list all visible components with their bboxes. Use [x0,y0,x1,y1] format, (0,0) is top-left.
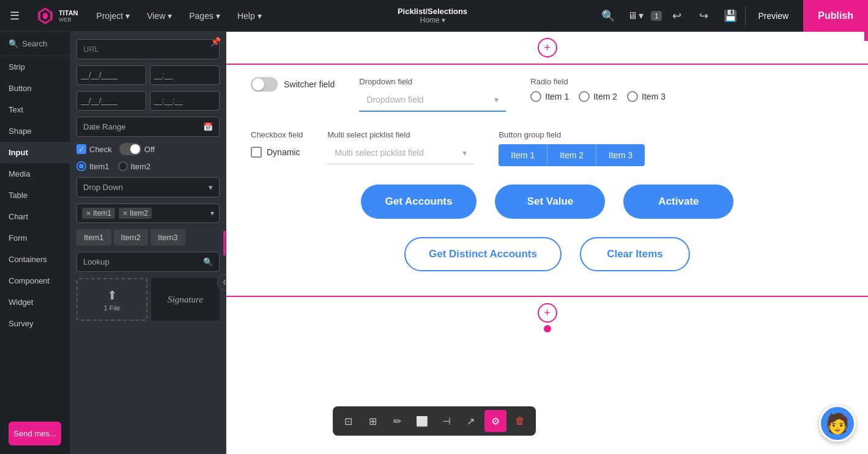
dropdown-field-group: Dropdown field Dropdown field ▾ [359,77,506,112]
redo-button[interactable]: ↪ [691,4,716,28]
time-input-2[interactable]: __:__:__ [150,91,220,111]
toolbar-film-button[interactable]: ⊞ [362,410,384,432]
preview-button[interactable]: Preview [745,6,801,26]
add-section-top-button[interactable]: + [538,38,557,57]
sidebar-item-input[interactable]: Input [0,142,70,163]
menu-project[interactable]: Project ▾ [89,7,138,24]
btn-group-item-1[interactable]: Item1 [76,229,111,246]
chevron-down-icon: ▾ [210,209,214,218]
chevron-down-icon: ▾ [494,95,499,104]
sidebar-item-strip[interactable]: Strip [0,56,70,78]
publish-button[interactable]: Publish [803,0,868,32]
menu-help[interactable]: Help ▾ [230,7,269,24]
chevron-down-icon: ▾ [258,11,262,21]
toggle-off[interactable]: Off [119,143,155,155]
dropdown-field-input[interactable]: Dropdown field ▾ [359,89,506,112]
toolbar-align-button[interactable]: ⊣ [436,410,458,432]
radio-item-1[interactable]: Item1 [76,161,109,171]
canvas-radio-item-2[interactable]: Item 2 [579,91,617,102]
chevron-down-icon: ▾ [462,148,467,158]
btn-group-item-3[interactable]: Item3 [150,229,185,246]
btn-group-item-2[interactable]: Item2 [114,229,149,246]
sidebar-item-media[interactable]: Media [0,163,70,185]
canvas-radio-circle-1 [530,91,541,102]
sidebar-item-form[interactable]: Form [0,227,70,249]
dropdown-input[interactable]: Drop Down ▾ [76,177,220,197]
date-input-1[interactable]: __/__/____ [76,65,146,85]
undo-button[interactable]: ↩ [664,4,689,28]
file-upload-box[interactable]: ⬆ 1 File [76,278,147,321]
switcher-thumb [252,78,264,90]
bottom-add-section: + [226,296,868,329]
menu-pages[interactable]: Pages ▾ [182,7,228,24]
lookup-input[interactable]: Lookup 🔍 [76,252,220,272]
canvas-page: + Switcher field Dropdown fie [226,32,868,454]
sidebar-item-chart[interactable]: Chart [0,206,70,227]
toolbar-settings-button[interactable]: ⚙ [484,410,506,432]
pink-dot [544,325,551,332]
sidebar-item-shape[interactable]: Shape [0,120,70,142]
avatar-icon: 🧑 [825,412,850,435]
sidebar-item-widget[interactable]: Widget [0,291,70,313]
tag-remove-icon[interactable]: ✕ [86,210,91,218]
form-content: Switcher field Dropdown field Dropdown f… [226,65,868,296]
multi-select-input[interactable]: ✕ Item1 ✕ Item2 ▾ [76,203,220,223]
top-add-section: + [226,32,868,65]
component-panel: 📌 __/__/____ __:__ __/__/____ __:__:__ D… [70,32,226,454]
get-distinct-accounts-button[interactable]: Get Distinct Accounts [404,237,562,271]
right-edge-handle[interactable] [864,32,868,41]
canvas-area: + Switcher field Dropdown fie [226,32,868,454]
monitor-icon: 🖥 [628,10,637,21]
date-input-2[interactable]: __/__/____ [76,91,146,111]
support-avatar[interactable]: 🧑 [819,405,856,442]
device-selector[interactable]: 🖥 ▾ [623,7,648,24]
tag-remove-icon[interactable]: ✕ [122,210,128,218]
sidebar-item-button[interactable]: Button [0,78,70,99]
sidebar-item-text[interactable]: Text [0,99,70,120]
checkbox-field-label: Checkbox field [251,130,303,139]
tag-item-2: ✕ Item2 [119,208,152,219]
multi-select-field-input[interactable]: Multi select picklist field ▾ [327,142,474,164]
sidebar-search[interactable]: 🔍 Search [0,32,70,56]
home-link[interactable]: Home ▾ [420,16,445,24]
activate-button[interactable]: Activate [623,185,733,219]
toolbar-external-button[interactable]: ↗ [460,410,482,432]
sidebar-item-containers[interactable]: Containers [0,249,70,270]
check-checkbox[interactable]: ✓ Check [76,144,112,154]
chevron-down-icon: ▾ [125,11,130,21]
add-section-bottom-button[interactable]: + [538,303,557,323]
radio-item-2[interactable]: Item2 [118,161,151,171]
sidebar-item-table[interactable]: Table [0,185,70,206]
sidebar-item-survey[interactable]: Survey [0,313,70,334]
canvas-btn-group-item-2[interactable]: Item 2 [547,144,596,166]
canvas-radio-item-1[interactable]: Item 1 [530,91,569,102]
time-input-1[interactable]: __:__ [150,65,220,85]
toolbar-paint-button[interactable]: ✏ [387,410,409,432]
hamburger-menu[interactable]: ☰ [0,9,29,23]
canvas-btn-group-item-3[interactable]: Item 3 [596,144,645,166]
pin-icon[interactable]: 📌 [210,37,221,46]
send-message-button[interactable]: Send mes... [9,422,61,445]
menu-view[interactable]: View ▾ [139,7,179,24]
logo: TITAN WEB [29,6,84,26]
search-button[interactable]: 🔍 [596,4,620,28]
set-value-button[interactable]: Set Value [495,185,605,219]
page-title: Picklist/Selections [398,7,467,16]
signature-box[interactable]: Signature [151,278,220,321]
switcher-toggle[interactable] [251,77,278,92]
save-button[interactable]: 💾 [718,4,743,28]
toggle-track[interactable] [119,143,141,155]
clear-items-button[interactable]: Clear Items [580,237,690,271]
sidebar-item-component[interactable]: Component [0,270,70,291]
toolbar-delete-button[interactable]: 🗑 [509,410,531,432]
toolbar-select-button[interactable]: ⊡ [338,410,360,432]
date-range-input[interactable]: Date Range 📅 [76,117,220,137]
canvas-checkbox-item[interactable]: Dynamic [251,147,303,158]
canvas-btn-group-item-1[interactable]: Item 1 [499,144,547,166]
button-group-panel: Item1 Item2 Item3 [76,229,220,246]
get-accounts-button[interactable]: Get Accounts [361,185,477,219]
url-input[interactable] [76,39,220,59]
canvas-radio-item-3[interactable]: Item 3 [627,91,666,102]
toolbar-frame-button[interactable]: ⬜ [411,410,433,432]
top-nav: ☰ TITAN WEB Project ▾ View ▾ Pages ▾ Hel… [0,0,868,32]
